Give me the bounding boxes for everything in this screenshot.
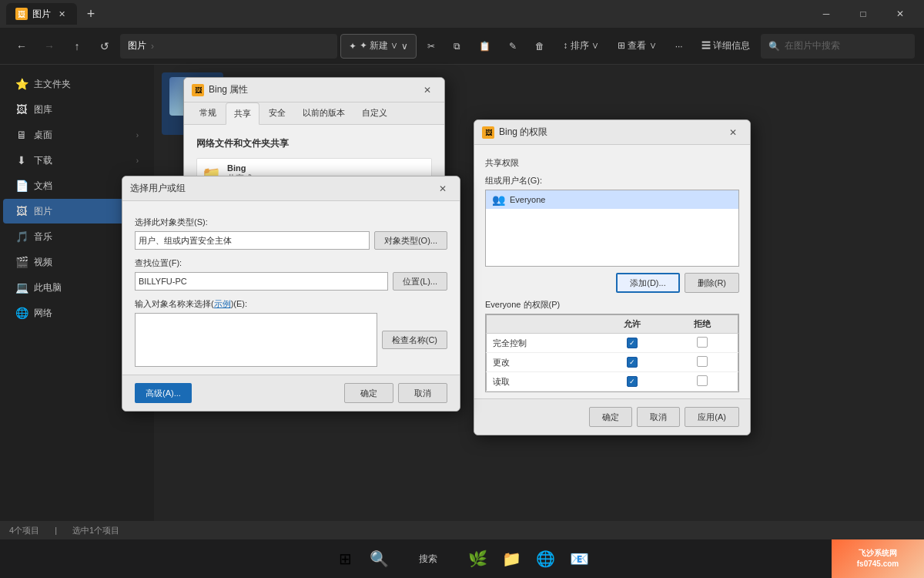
perm-allow-3[interactable]: ✓ bbox=[598, 372, 668, 391]
item-separator: | bbox=[55, 526, 57, 535]
sidebar-item-label: 音乐 bbox=[34, 230, 52, 244]
perms-actions: 添加(D)... 删除(R) bbox=[485, 273, 739, 293]
perms-perm-label: Everyone 的权限(P) bbox=[485, 299, 739, 311]
advanced-btn[interactable]: 高级(A)... bbox=[135, 383, 192, 403]
expand-icon: › bbox=[136, 131, 139, 139]
location-input[interactable] bbox=[135, 272, 388, 291]
perms-footer: 确定 取消 应用(A) bbox=[474, 398, 750, 435]
location-btn[interactable]: 位置(L)... bbox=[393, 272, 447, 291]
paste-btn[interactable]: 📋 bbox=[471, 34, 498, 59]
perms-remove-btn[interactable]: 删除(R) bbox=[685, 273, 739, 293]
perms-add-btn[interactable]: 添加(D)... bbox=[616, 273, 679, 293]
taskbar-icon-3[interactable]: 🌐 bbox=[530, 543, 561, 574]
documents-icon: 📄 bbox=[15, 180, 28, 192]
close-btn[interactable]: ✕ bbox=[882, 2, 918, 26]
select-user-title: 选择用户或组 bbox=[130, 182, 429, 195]
expand-icon: › bbox=[136, 156, 139, 165]
location-label: 查找位置(F): bbox=[135, 257, 447, 269]
perms-close[interactable]: ✕ bbox=[724, 125, 742, 140]
rename-btn[interactable]: ✎ bbox=[501, 34, 524, 59]
perm-name-3: 读取 bbox=[487, 372, 598, 391]
bing-props-icon: 🖼 bbox=[192, 84, 204, 96]
bing-props-title-bar: 🖼 Bing 属性 ✕ bbox=[184, 78, 444, 102]
select-user-ok-btn[interactable]: 确定 bbox=[344, 383, 393, 403]
taskbar-icon-1[interactable]: 🌿 bbox=[462, 543, 493, 574]
sidebar-item-label: 主文件夹 bbox=[34, 78, 71, 91]
perm-allow-2[interactable]: ✓ bbox=[598, 353, 668, 372]
object-type-row: 对象类型(O)... bbox=[135, 231, 447, 250]
sidebar-item-label: 网络 bbox=[34, 307, 52, 320]
name-input[interactable] bbox=[135, 313, 377, 367]
more-btn[interactable]: ··· bbox=[668, 34, 691, 59]
input-label: 输入对象名称来选择(示例)(E): bbox=[135, 298, 447, 310]
folder-icon: 🖼 bbox=[15, 8, 28, 20]
perm-name-1: 完全控制 bbox=[487, 334, 598, 353]
check-names-btn[interactable]: 检查名称(C) bbox=[382, 331, 447, 349]
title-bar-tab[interactable]: 🖼 图片 ✕ bbox=[6, 3, 77, 25]
delete-btn[interactable]: 🗑 bbox=[527, 34, 552, 59]
cut-btn[interactable]: ✂ bbox=[420, 34, 443, 59]
new-tab-btn[interactable]: + bbox=[80, 3, 102, 25]
perms-ok-btn[interactable]: 确定 bbox=[589, 407, 632, 427]
col-perm-name bbox=[487, 315, 598, 334]
perm-deny-3[interactable] bbox=[668, 372, 738, 391]
bing-props-title: Bing 属性 bbox=[209, 83, 413, 96]
up-btn[interactable]: ↑ bbox=[65, 34, 89, 59]
view-btn[interactable]: ⊞ 查看 ∨ bbox=[610, 34, 665, 59]
sidebar-item-gallery[interactable]: 🖼 图库 bbox=[3, 97, 151, 122]
forward-btn[interactable]: → bbox=[37, 34, 62, 59]
perm-deny-2[interactable] bbox=[668, 353, 738, 372]
select-user-cancel-btn[interactable]: 取消 bbox=[398, 383, 447, 403]
address-bar[interactable]: 图片 › bbox=[120, 34, 337, 59]
maximize-btn[interactable]: □ bbox=[845, 2, 881, 26]
item-count: 4个项目 bbox=[9, 525, 39, 536]
share-perms-label: 共享权限 bbox=[485, 157, 739, 169]
sidebar-item-desktop[interactable]: 🖥 桌面 › bbox=[3, 123, 151, 147]
tab-label: 图片 bbox=[32, 8, 51, 21]
search-bar[interactable]: 🔍 在图片中搜索 bbox=[761, 34, 915, 59]
perms-table: 允许 拒绝 完全控制 ✓ 更改 ✓ bbox=[486, 314, 738, 391]
start-btn[interactable]: ⊞ bbox=[330, 543, 360, 574]
dialog-select-user: 选择用户或组 ✕ 选择此对象类型(S): 对象类型(O)... 查找位置(F):… bbox=[122, 176, 460, 412]
perms-table-wrapper: 允许 拒绝 完全控制 ✓ 更改 ✓ bbox=[485, 314, 739, 392]
table-row: 完全控制 ✓ bbox=[487, 334, 738, 353]
select-user-footer-right: 确定 取消 bbox=[344, 383, 447, 403]
taskbar-icon-4[interactable]: 📧 bbox=[564, 543, 594, 574]
tab-share[interactable]: 共享 bbox=[226, 102, 259, 125]
perms-apply-btn[interactable]: 应用(A) bbox=[685, 407, 739, 427]
search-icon: 🔍 bbox=[768, 41, 780, 52]
sidebar-item-home[interactable]: ⭐ 主文件夹 bbox=[3, 72, 151, 96]
search-label[interactable]: 搜索 bbox=[397, 543, 459, 574]
perms-users-list[interactable]: 👥 Everyone bbox=[485, 190, 739, 267]
object-type-btn[interactable]: 对象类型(O)... bbox=[374, 231, 447, 250]
tab-general[interactable]: 常规 bbox=[192, 102, 224, 124]
perms-user-name: Everyone bbox=[510, 195, 545, 204]
sidebar-item-label: 桌面 bbox=[34, 129, 52, 142]
sort-btn[interactable]: ↕ 排序 ∨ bbox=[555, 34, 607, 59]
detail-btn[interactable]: ☰ 详细信息 bbox=[694, 34, 758, 59]
perm-allow-1[interactable]: ✓ bbox=[598, 334, 668, 353]
example-link[interactable]: 示例 bbox=[214, 299, 231, 308]
search-btn[interactable]: 🔍 bbox=[363, 543, 394, 574]
bing-props-close[interactable]: ✕ bbox=[418, 82, 437, 98]
select-user-close[interactable]: ✕ bbox=[434, 181, 452, 197]
new-icon: ✦ bbox=[349, 41, 357, 52]
perm-deny-1[interactable] bbox=[668, 334, 738, 353]
status-bar: 4个项目 | 选中1个项目 bbox=[0, 521, 924, 539]
copy-btn[interactable]: ⧉ bbox=[446, 34, 468, 59]
taskbar-icon-2[interactable]: 📁 bbox=[496, 543, 527, 574]
select-user-footer: 高级(A)... 确定 取消 bbox=[122, 375, 460, 411]
minimize-btn[interactable]: ─ bbox=[808, 2, 844, 26]
object-type-label: 选择此对象类型(S): bbox=[135, 217, 447, 228]
tab-prev-versions[interactable]: 以前的版本 bbox=[295, 102, 353, 124]
perms-cancel-btn[interactable]: 取消 bbox=[637, 407, 680, 427]
back-btn[interactable]: ← bbox=[9, 34, 34, 59]
tab-security[interactable]: 安全 bbox=[261, 102, 293, 124]
tab-close-btn[interactable]: ✕ bbox=[55, 8, 68, 20]
tab-customize[interactable]: 自定义 bbox=[354, 102, 395, 124]
perms-list-item-everyone[interactable]: 👥 Everyone bbox=[486, 190, 738, 209]
new-btn[interactable]: ✦ ✦ 新建 ∨ ∨ bbox=[340, 34, 417, 59]
object-type-input[interactable] bbox=[135, 231, 370, 250]
refresh-btn[interactable]: ↺ bbox=[92, 34, 117, 59]
sidebar-item-downloads[interactable]: ⬇ 下载 › bbox=[3, 148, 151, 173]
